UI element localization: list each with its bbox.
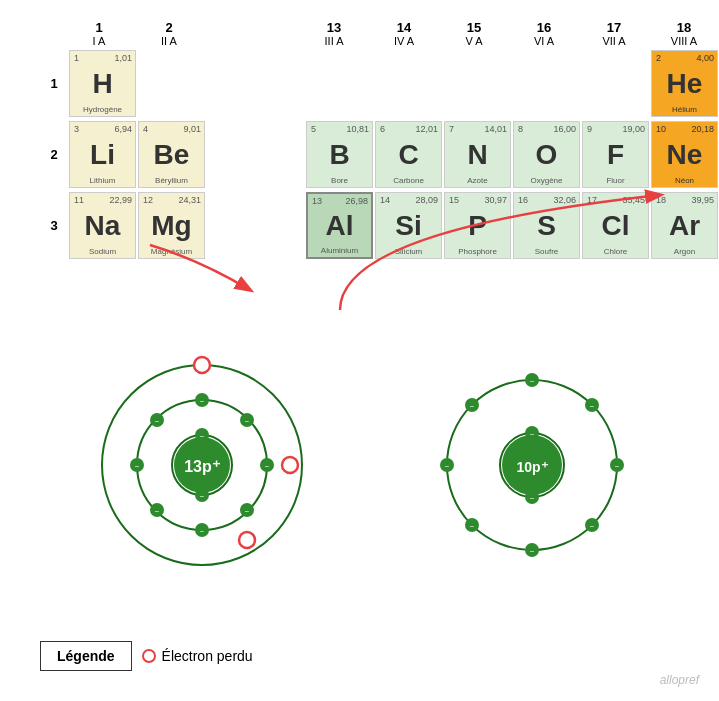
svg-point-25 [194,357,210,373]
element-H: 1 1,01 H Hydrogène [69,50,136,117]
svg-text:−: − [200,397,205,406]
electron-lost-label: Électron perdu [162,648,253,664]
group-header-16: 16 VI A [509,20,579,47]
legend-section: Légende Électron perdu [40,641,253,671]
svg-text:10p⁺: 10p⁺ [516,459,548,475]
watermark: allopref [660,673,699,687]
element-C: 6 12,01 C Carbone [375,121,442,188]
group-header-2: 2 II A [134,20,204,47]
svg-text:−: − [529,494,534,503]
svg-text:−: − [245,507,250,516]
group-header-15: 15 V A [439,20,509,47]
svg-text:−: − [589,522,594,531]
svg-text:−: − [200,492,205,501]
atom-diagram-ne: 10p⁺ − − − − − − − − [437,370,627,560]
periodic-row-1: 1 1 1,01 H Hydrogène 2 4,00 He Hélium [0,49,719,118]
element-N: 7 14,01 N Azote [444,121,511,188]
group-header-14: 14 IV A [369,20,439,47]
periodic-row-3: 3 11 22,99 Na Sodium 12 24,31 Mg Magnési… [0,191,719,260]
svg-text:−: − [529,547,534,556]
svg-text:−: − [265,462,270,471]
element-Na: 11 22,99 Na Sodium [69,192,136,259]
svg-text:−: − [245,417,250,426]
element-Ne: 10 20,18 Ne Néon [651,121,718,188]
element-F: 9 19,00 F Fluor [582,121,649,188]
svg-text:−: − [135,462,140,471]
electron-lost-icon [142,649,156,663]
svg-text:−: − [444,462,449,471]
legend-box: Légende [40,641,132,671]
element-Al: 13 26,98 Al Aluminium [306,192,373,259]
element-Si: 14 28,09 Si Silicium [375,192,442,259]
group-header-18: 18 VIII A [649,20,719,47]
row-label-1: 1 [44,76,64,91]
svg-text:−: − [469,402,474,411]
svg-text:−: − [155,417,160,426]
group-header-13: 13 III A [299,20,369,47]
svg-text:−: − [614,462,619,471]
element-O: 8 16,00 O Oxygène [513,121,580,188]
element-Be: 4 9,01 Be Béryllium [138,121,205,188]
row-label-2: 2 [44,147,64,162]
electron-lost-legend: Électron perdu [142,648,253,664]
svg-text:−: − [200,527,205,536]
group-header-17: 17 VII A [579,20,649,47]
svg-text:−: − [529,377,534,386]
svg-point-27 [239,532,255,548]
element-Cl: 17 35,45 Cl Chlore [582,192,649,259]
svg-text:−: − [155,507,160,516]
svg-text:−: − [589,402,594,411]
svg-text:−: − [469,522,474,531]
svg-text:−: − [200,432,205,441]
element-P: 15 30,97 P Phosphore [444,192,511,259]
group-header-1: 1 I A [64,20,134,47]
element-He: 2 4,00 He Hélium [651,50,718,117]
element-Ar: 18 39,95 Ar Argon [651,192,718,259]
legend-title: Légende [57,648,115,664]
element-Mg: 12 24,31 Mg Magnésium [138,192,205,259]
svg-text:13p⁺: 13p⁺ [184,458,221,475]
element-S: 16 32,06 S Soufre [513,192,580,259]
atom-diagram-al: 13p⁺ − − − − − − − − [92,355,312,575]
row-label-3: 3 [44,218,64,233]
svg-point-26 [282,457,298,473]
svg-text:−: − [529,430,534,439]
element-B: 5 10,81 B Bore [306,121,373,188]
element-Li: 3 6,94 Li Lithium [69,121,136,188]
periodic-row-2: 2 3 6,94 Li Lithium 4 9,01 Be Béryllium … [0,120,719,189]
